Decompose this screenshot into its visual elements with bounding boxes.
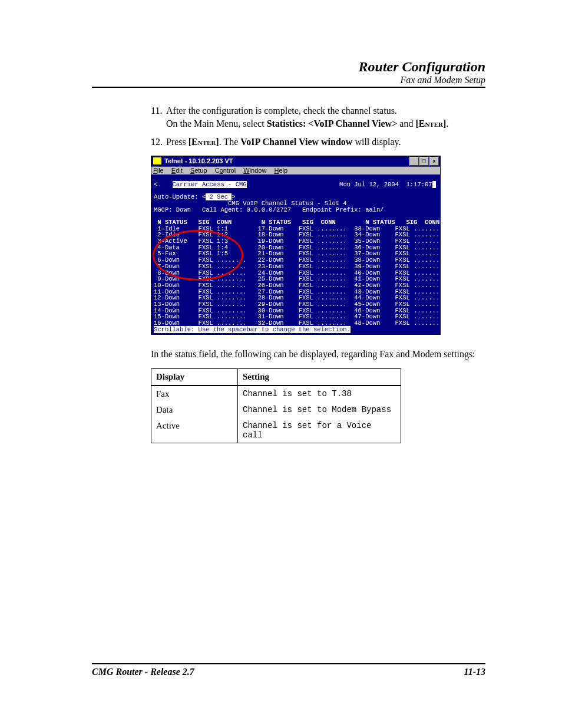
- page-header: Router Configuration Fax and Modem Setup: [92, 59, 485, 88]
- footer-right: 11-13: [464, 667, 485, 677]
- term-top-line: < Carrier Access - CMG Mon Jul 12, 2004 …: [154, 181, 447, 188]
- terminal-body: < Carrier Access - CMG Mon Jul 12, 2004 …: [151, 174, 440, 334]
- menu-setup[interactable]: Setup: [190, 167, 207, 174]
- footer-left: CMG Router - Release 2.7: [92, 667, 194, 677]
- step-number: 12.: [151, 136, 166, 149]
- menu-edit[interactable]: Edit: [171, 167, 183, 174]
- window-menubar: File Edit Setup Control Window Help: [151, 167, 440, 174]
- table-header-display: Display: [151, 369, 238, 386]
- step-number: 11.: [151, 104, 166, 130]
- table-header-setting: Setting: [238, 369, 401, 386]
- menu-window[interactable]: Window: [243, 167, 266, 174]
- window-icon: [153, 157, 162, 165]
- status-paragraph: In the status field, the following can b…: [151, 348, 485, 361]
- steps-list: 11. After the configuration is complete,…: [151, 104, 485, 149]
- table-row: Active Channel is set for a Voice call: [151, 418, 401, 443]
- close-button[interactable]: x: [429, 157, 439, 166]
- page-footer: CMG Router - Release 2.7 11-13: [92, 663, 485, 677]
- table-row: Data Channel is set to Modem Bypass: [151, 402, 401, 418]
- menu-control[interactable]: Control: [215, 167, 236, 174]
- window-titlebar: Telnet - 10.10.2.203 VT _ □ x: [151, 156, 440, 167]
- term-mgcp-line: MGCP: Down Call Agent: 0.0.0.0/2727 Endp…: [154, 206, 384, 213]
- maximize-button[interactable]: □: [419, 157, 429, 166]
- telnet-screenshot: Telnet - 10.10.2.203 VT _ □ x File Edit …: [151, 156, 441, 335]
- status-table: Display Setting Fax Channel is set to T.…: [151, 368, 401, 443]
- page-subtitle: Fax and Modem Setup: [92, 75, 485, 85]
- minimize-button[interactable]: _: [409, 157, 419, 166]
- menu-file[interactable]: File: [153, 167, 164, 174]
- step-text: Press [Enter]. The VoIP Channel View win…: [166, 136, 485, 149]
- page-title: Router Configuration: [92, 59, 485, 75]
- step-text: After the configuration is complete, che…: [166, 104, 485, 130]
- window-title: Telnet - 10.10.2.203 VT: [164, 158, 233, 164]
- term-footer: Scrollable: Use the spacebar to change t…: [154, 326, 351, 333]
- menu-help[interactable]: Help: [274, 167, 287, 174]
- table-row: Fax Channel is set to T.38: [151, 386, 401, 402]
